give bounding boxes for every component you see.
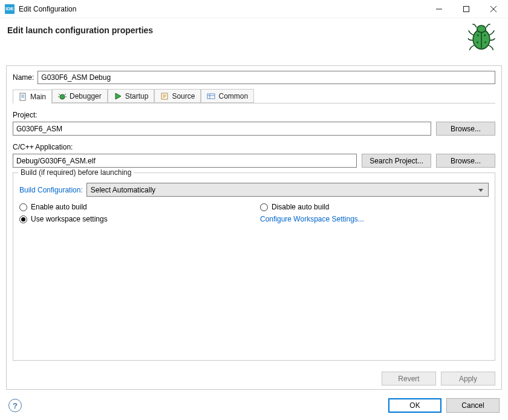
build-config-combo[interactable]: Select Automatically [86, 183, 489, 197]
svg-rect-12 [20, 93, 25, 100]
radio-icon [19, 203, 27, 211]
svg-marker-21 [116, 93, 121, 99]
name-row: Name: [13, 71, 495, 84]
app-browse-button[interactable]: Browse... [436, 154, 495, 168]
tab-source[interactable]: Source [154, 89, 201, 103]
content-pane: Name: Main Debugger Startup Source [6, 65, 502, 390]
dialog-footer: ? OK Cancel [0, 391, 508, 420]
tab-source-label: Source [172, 92, 195, 100]
build-config-label-link[interactable]: Build Configuration: [19, 186, 83, 194]
source-icon [160, 92, 169, 100]
use-workspace-settings-label: Use workspace settings [31, 215, 108, 223]
disable-auto-build-label: Disable auto build [272, 203, 329, 211]
dialog-header: Edit launch configuration properties [0, 18, 508, 65]
build-config-value: Select Automatically [91, 186, 155, 194]
project-input[interactable] [13, 122, 431, 136]
window-controls [425, 0, 507, 18]
radio-icon [260, 203, 268, 211]
document-icon [19, 93, 27, 101]
name-label: Name: [13, 73, 34, 82]
close-button[interactable] [480, 0, 507, 18]
disable-auto-build-option[interactable]: Disable auto build [260, 203, 489, 211]
svg-rect-1 [463, 6, 469, 11]
tab-startup-label: Startup [125, 92, 149, 100]
build-group: Build (if required) before launching Bui… [13, 172, 495, 361]
window-title: Edit Configuration [19, 5, 425, 13]
svg-point-9 [484, 34, 486, 36]
cancel-button[interactable]: Cancel [446, 398, 500, 413]
svg-point-11 [484, 41, 486, 43]
tab-common-label: Common [218, 92, 248, 100]
svg-point-8 [477, 34, 479, 36]
project-label: Project: [13, 111, 495, 119]
project-row: Browse... [13, 122, 495, 136]
dialog-title: Edit launch configuration properties [7, 25, 466, 35]
tab-main-label: Main [30, 93, 46, 101]
titlebar: IDE Edit Configuration [0, 0, 508, 18]
tab-debugger[interactable]: Debugger [52, 89, 108, 103]
play-icon [114, 92, 122, 100]
project-browse-button[interactable]: Browse... [436, 122, 495, 136]
svg-line-17 [59, 94, 60, 95]
svg-rect-26 [207, 94, 215, 99]
tab-common[interactable]: Common [201, 89, 254, 103]
minimize-button[interactable] [425, 0, 452, 18]
search-project-button[interactable]: Search Project... [362, 154, 431, 168]
divider [6, 389, 502, 390]
content-button-row: Revert Apply [13, 361, 495, 386]
bug-icon [466, 21, 497, 52]
tab-debugger-label: Debugger [70, 92, 102, 100]
help-button[interactable]: ? [8, 399, 22, 412]
enable-auto-build-label: Enable auto build [31, 203, 87, 211]
enable-auto-build-option[interactable]: Enable auto build [19, 203, 248, 211]
app-input[interactable] [13, 154, 357, 168]
tab-startup[interactable]: Startup [108, 89, 155, 103]
svg-point-10 [477, 41, 478, 43]
svg-point-16 [60, 94, 65, 99]
svg-line-18 [65, 94, 66, 95]
use-workspace-settings-option[interactable]: Use workspace settings [19, 215, 248, 223]
build-group-title: Build (if required) before launching [18, 168, 134, 177]
apply-button[interactable]: Apply [441, 372, 495, 386]
bug-small-icon [58, 92, 67, 100]
configure-workspace-link[interactable]: Configure Workspace Settings... [260, 215, 364, 223]
radio-selected-icon [19, 215, 27, 223]
app-label: C/C++ Application: [13, 143, 495, 151]
revert-button[interactable]: Revert [382, 372, 436, 386]
app-row: Search Project... Browse... [13, 154, 495, 168]
svg-point-7 [477, 25, 486, 32]
configure-workspace-row: Configure Workspace Settings... [260, 215, 489, 223]
tab-main[interactable]: Main [13, 90, 52, 103]
build-radio-grid: Enable auto build Disable auto build Use… [19, 203, 489, 223]
app-icon: IDE [5, 4, 15, 14]
name-input[interactable] [37, 71, 495, 84]
maximize-button[interactable] [452, 0, 480, 18]
build-config-row: Build Configuration: Select Automaticall… [19, 183, 489, 197]
ok-button[interactable]: OK [388, 398, 441, 413]
tab-bar: Main Debugger Startup Source Common [13, 89, 495, 103]
common-icon [207, 92, 215, 100]
tab-panel-main: Project: Browse... C/C++ Application: Se… [13, 108, 495, 386]
